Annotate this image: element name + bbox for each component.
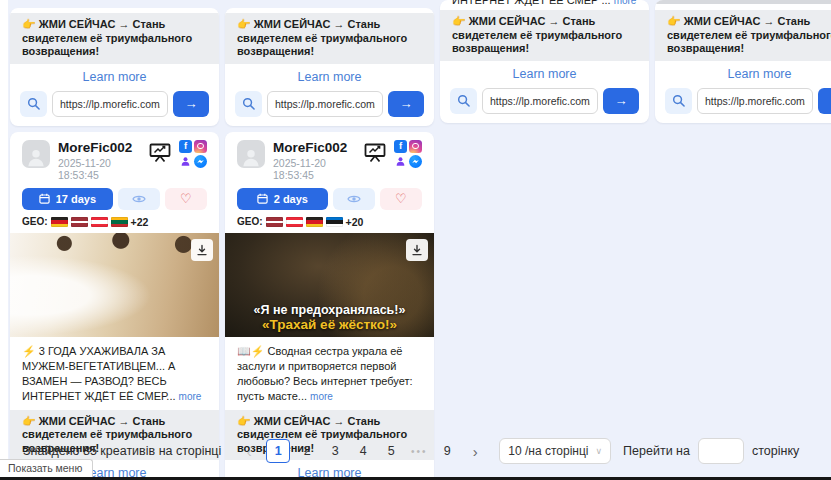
flag-de-icon	[306, 217, 323, 227]
prev-page-button[interactable]: ‹	[238, 439, 260, 463]
geo-row: GEO: +22	[10, 210, 219, 233]
instagram-icon[interactable]	[409, 140, 422, 153]
account-name: MoreFic002	[273, 140, 363, 155]
social-icons: f	[179, 140, 207, 168]
goto-page-input[interactable]	[698, 438, 744, 464]
ad-datetime: 2025-11-20 18:53:45	[58, 157, 148, 181]
chat-person-icon[interactable]	[394, 155, 407, 168]
presentation-board-icon[interactable]	[363, 141, 387, 168]
preview-eye-button[interactable]	[118, 188, 160, 210]
page-number-9[interactable]: 9	[436, 439, 458, 463]
download-image-button[interactable]	[406, 239, 428, 261]
page-number-2[interactable]: 2	[296, 439, 318, 463]
image-caption: «Я не предохранялась!» «Трахай её жёстко…	[225, 303, 434, 332]
arrow-right-icon: →	[400, 96, 413, 111]
image-caption-line2: «Трахай её жёстко!»	[225, 317, 434, 332]
next-page-button[interactable]: ›	[464, 439, 486, 463]
arrow-right-icon: →	[615, 93, 628, 108]
geo-flags	[51, 217, 128, 227]
instagram-icon[interactable]	[194, 140, 207, 153]
avatar	[237, 140, 265, 168]
avatar	[22, 140, 50, 168]
days-active-label: 2 days	[274, 193, 308, 205]
open-url-button[interactable]: →	[818, 88, 831, 114]
open-url-button[interactable]: →	[603, 88, 639, 114]
clipped-ad-text: ИНТЕРНЕТ ЖДЁТ ЕЁ СМЕР ...more	[440, 0, 649, 10]
account-name: MoreFic002	[58, 140, 148, 155]
messenger-icon[interactable]	[409, 155, 422, 168]
instagram-ring	[412, 143, 419, 150]
learn-more-link[interactable]: Learn more	[225, 64, 434, 88]
results-count-text: Знайдено 85 креативів на сторінці	[23, 444, 221, 458]
facebook-glyph: f	[184, 141, 187, 151]
download-image-button[interactable]	[191, 239, 213, 261]
facebook-icon[interactable]: f	[179, 140, 192, 153]
ad-card-header: MoreFic002 2025-11-20 18:53:45 f	[225, 132, 434, 185]
favorite-heart-button[interactable]: ♡	[165, 188, 207, 210]
search-icon[interactable]	[665, 88, 692, 114]
messenger-icon[interactable]	[194, 155, 207, 168]
ad-card-header: MoreFic002 2025-11-20 18:53:45 f	[10, 132, 219, 185]
show-menu-button[interactable]: Показать меню	[0, 459, 93, 477]
pagination-ellipsis[interactable]: •••	[408, 439, 430, 463]
ad-body-text-content: ⚡ 3 ГОДА УХАЖИВАЛА ЗА МУЖЕМ-ВЕГЕТАТИВЦЕМ…	[22, 345, 176, 402]
url-row: →	[10, 88, 219, 126]
favorite-heart-button[interactable]: ♡	[380, 188, 422, 210]
geo-more-count: +20	[346, 216, 364, 228]
ad-card: MoreFic002 2025-11-20 18:53:45 f	[225, 132, 434, 480]
url-input[interactable]	[52, 91, 168, 117]
search-icon[interactable]	[20, 91, 47, 117]
heart-icon: ♡	[395, 192, 407, 205]
preview-eye-button[interactable]	[333, 188, 375, 210]
flag-lt-icon	[111, 217, 128, 227]
geo-flags	[266, 217, 343, 227]
ad-actions: 17 days ♡	[10, 185, 219, 210]
ad-actions: 2 days ♡	[225, 185, 434, 210]
column-3: ИНТЕРНЕТ ЖДЁТ ЕЁ СМЕР ...more 👉 ЖМИ СЕЙЧ…	[440, 0, 649, 480]
search-icon[interactable]	[450, 88, 477, 114]
account-info: MoreFic002 2025-11-20 18:53:45	[58, 140, 148, 181]
top-ad-card: 👉 ЖМИ СЕЙЧАС → Стань свидетелем её триум…	[10, 8, 219, 126]
search-icon[interactable]	[235, 91, 262, 117]
ad-quote-bar: 👉 ЖМИ СЕЙЧАС → Стань свидетелем её триум…	[440, 10, 649, 61]
presentation-board-icon[interactable]	[148, 141, 172, 168]
ad-quote-bar: 👉 ЖМИ СЕЙЧАС → Стань свидетелем её триум…	[225, 13, 434, 64]
days-active-button[interactable]: 17 days	[22, 188, 113, 210]
social-icons: f	[394, 140, 422, 168]
column-1: 👉 ЖМИ СЕЙЧАС → Стань свидетелем её триум…	[10, 0, 219, 480]
page-number-1[interactable]: 1	[266, 439, 290, 463]
ad-creative-image: «Я не предохранялась!» «Трахай её жёстко…	[225, 233, 434, 337]
page-number-4[interactable]: 4	[352, 439, 374, 463]
account-info: MoreFic002 2025-11-20 18:53:45	[273, 140, 363, 181]
more-link[interactable]: more	[614, 0, 637, 6]
learn-more-link[interactable]: Learn more	[10, 64, 219, 88]
more-link[interactable]: more	[310, 391, 333, 402]
page-size-select[interactable]: 10 /на сторінці ∨	[499, 438, 611, 464]
page-number-3[interactable]: 3	[324, 439, 346, 463]
open-url-button[interactable]: →	[388, 91, 424, 117]
open-url-button[interactable]: →	[173, 91, 209, 117]
arrow-right-icon: →	[185, 96, 198, 111]
url-row: →	[225, 88, 434, 126]
learn-more-link[interactable]: Learn more	[655, 61, 831, 85]
chat-person-icon[interactable]	[179, 155, 192, 168]
learn-more-link[interactable]: Learn more	[440, 61, 649, 85]
url-input[interactable]	[267, 91, 383, 117]
facebook-glyph: f	[399, 141, 402, 151]
url-row: →	[655, 85, 831, 123]
url-input[interactable]	[697, 88, 813, 114]
ad-quote-bar: 👉 ЖМИ СЕЙЧАС → Стань свидетелем её триум…	[10, 13, 219, 64]
top-ad-card: ИНТЕРНЕТ ЖДЁТ ЕЁ СМЕР ...more 👉 ЖМИ СЕЙЧ…	[440, 0, 649, 123]
left-edge-strip	[0, 0, 8, 480]
days-active-button[interactable]: 2 days	[237, 188, 328, 210]
chevron-down-icon: ∨	[596, 446, 603, 456]
header-icons: f	[148, 140, 207, 168]
more-link[interactable]: more	[179, 391, 202, 402]
facebook-icon[interactable]: f	[394, 140, 407, 153]
pagination-bar: Знайдено 85 креативів на сторінці ‹ 1 2 …	[10, 438, 831, 464]
page-number-5[interactable]: 5	[380, 439, 402, 463]
column-4: 👉 ЖМИ СЕЙЧАС → Стань свидетелем её триум…	[655, 0, 831, 480]
flag-de-icon	[51, 217, 68, 227]
image-caption-line1: «Я не предохранялась!»	[225, 303, 434, 317]
url-input[interactable]	[482, 88, 598, 114]
